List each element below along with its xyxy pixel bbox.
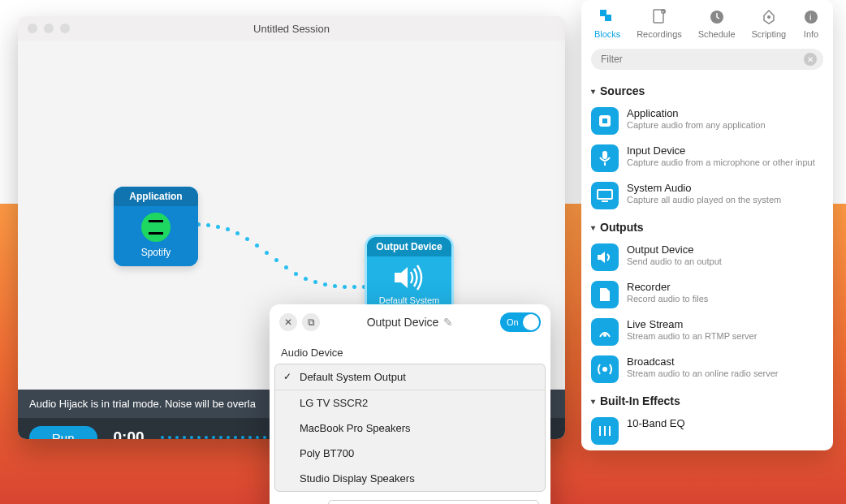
lib-item-eq[interactable]: 10-Band EQ (591, 412, 823, 450)
chevron-down-icon: ▾ (591, 87, 595, 96)
device-option-default[interactable]: Default System Output (275, 364, 545, 390)
library-tabs: Blocks + Recordings Schedule Scripting i… (581, 0, 833, 44)
power-toggle-label: On (507, 317, 519, 327)
lib-item-recorder[interactable]: RecorderRecord audio to files (591, 276, 823, 313)
file-icon (591, 281, 619, 308)
svg-marker-17 (598, 252, 605, 263)
svg-rect-13 (602, 151, 607, 159)
popover-title: Output Device ✎ (325, 316, 495, 329)
trial-banner-text: Audio Hijack is in trial mode. Noise wil… (29, 398, 256, 410)
group-sources[interactable]: ▾ Sources (591, 84, 823, 97)
device-option-lg[interactable]: LG TV SSCR2 (275, 390, 545, 416)
library-panel: Blocks + Recordings Schedule Scripting i… (581, 0, 833, 450)
chevron-down-icon: ▾ (591, 397, 595, 406)
window-title: Untitled Session (18, 23, 565, 35)
audio-device-dropdown[interactable]: Default System Output LG TV SSCR2 MacBoo… (274, 364, 546, 492)
audio-device-label: Audio Device (270, 340, 550, 364)
speaker-icon (591, 243, 619, 271)
presets-select[interactable]: Manual ▴▾ (328, 500, 539, 504)
block-application-label: Application (114, 187, 198, 206)
svg-point-18 (603, 334, 606, 337)
blocks-icon (598, 8, 616, 26)
tab-schedule[interactable]: Schedule (698, 8, 736, 39)
lib-item-application[interactable]: ApplicationCapture audio from any applic… (591, 102, 823, 140)
speaker-icon (391, 263, 427, 292)
device-option-poly[interactable]: Poly BT700 (275, 441, 545, 466)
output-device-popover: ✕ ⧉ Output Device ✎ On Audio Device Defa… (270, 304, 550, 504)
eq-icon (591, 417, 619, 445)
block-output-label: Output Device (367, 237, 451, 256)
clear-filter-button[interactable]: ✕ (804, 53, 817, 66)
power-toggle[interactable]: On (500, 312, 541, 332)
filter-input[interactable] (591, 49, 823, 70)
svg-point-19 (602, 367, 607, 372)
recordings-icon: + (650, 8, 668, 26)
lib-item-system-audio[interactable]: System AudioCapture all audio played on … (591, 177, 823, 214)
svg-point-8 (767, 15, 770, 19)
display-icon (591, 182, 619, 209)
run-button[interactable]: Run (29, 426, 97, 440)
tab-scripting[interactable]: Scripting (751, 8, 786, 39)
spotify-icon (141, 213, 170, 242)
lib-item-live-stream[interactable]: Live StreamStream audio to an RTMP serve… (591, 313, 823, 351)
titlebar: Untitled Session (18, 16, 565, 41)
svg-rect-2 (605, 15, 611, 21)
svg-marker-0 (395, 267, 408, 288)
device-option-mbp[interactable]: MacBook Pro Speakers (275, 416, 545, 441)
microphone-icon (591, 144, 619, 172)
scripting-icon (760, 8, 778, 26)
block-application-name: Spotify (141, 247, 171, 258)
lib-item-broadcast[interactable]: BroadcastStream audio to an online radio… (591, 351, 823, 388)
edit-icon[interactable]: ✎ (443, 316, 453, 329)
lib-item-output-device[interactable]: Output DeviceSend audio to an output (591, 239, 823, 276)
clock-icon (708, 8, 726, 26)
device-option-studio[interactable]: Studio Display Speakers (275, 466, 545, 491)
svg-text:+: + (662, 9, 664, 14)
lib-item-input-device[interactable]: Input DeviceCapture audio from a microph… (591, 140, 823, 177)
tab-blocks[interactable]: Blocks (594, 8, 620, 39)
tab-recordings[interactable]: + Recordings (637, 8, 682, 39)
svg-rect-15 (598, 190, 612, 199)
app-icon (591, 107, 619, 135)
connection-path (196, 222, 375, 287)
group-outputs[interactable]: ▾ Outputs (591, 221, 823, 234)
group-effects[interactable]: ▾ Built-In Effects (591, 394, 823, 407)
chevron-down-icon: ▾ (591, 223, 595, 232)
info-icon: i (802, 8, 820, 26)
svg-text:i: i (809, 12, 811, 22)
broadcast-icon (591, 355, 619, 383)
popout-button[interactable]: ⧉ (302, 313, 320, 331)
tab-info[interactable]: i Info (802, 8, 820, 39)
close-popover-button[interactable]: ✕ (279, 313, 297, 331)
block-application[interactable]: Application Spotify (114, 187, 198, 266)
session-timer: 0:00 (114, 429, 145, 439)
svg-rect-12 (602, 118, 607, 123)
library-scroll[interactable]: ▾ Sources ApplicationCapture audio from … (581, 75, 833, 450)
satellite-icon (591, 318, 619, 346)
